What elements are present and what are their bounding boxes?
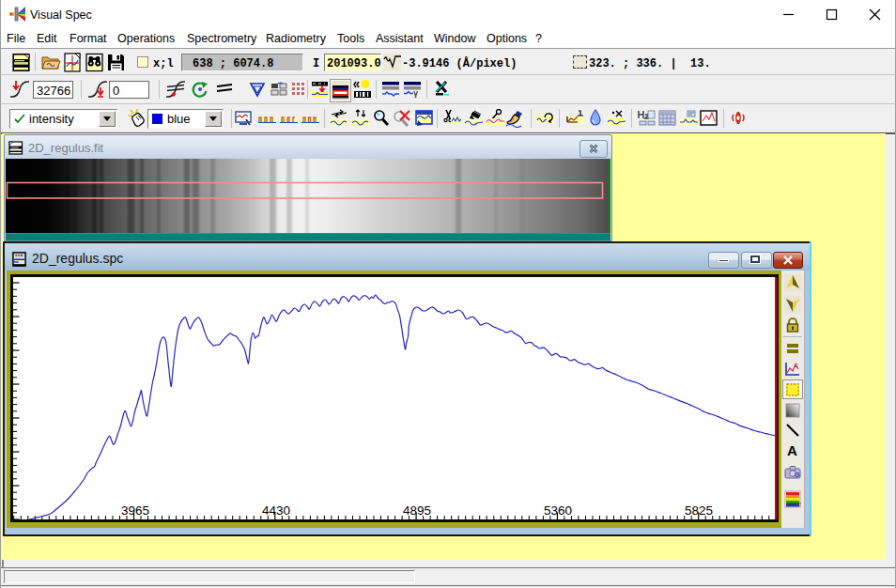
svg-text:c: c	[795, 362, 798, 368]
svg-text:SPECTRE: SPECTRE	[787, 502, 801, 507]
svg-text:G: G	[795, 472, 800, 478]
